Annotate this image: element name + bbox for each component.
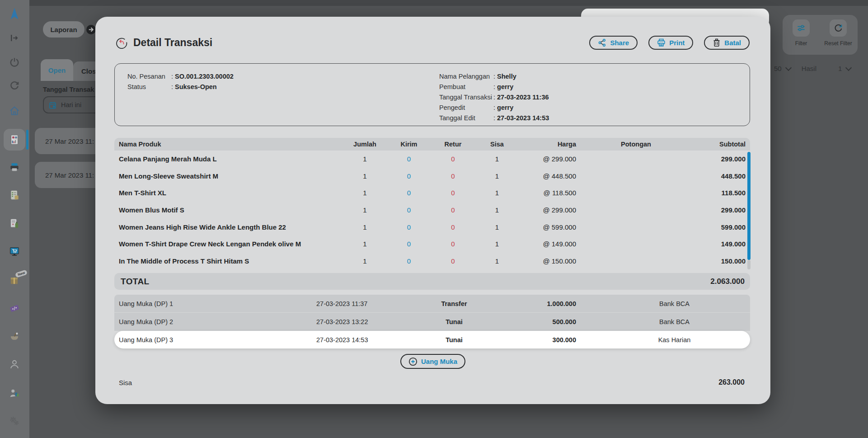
sisa-cell: 1 bbox=[470, 189, 524, 197]
laporan-arrow-icon[interactable] bbox=[86, 24, 96, 35]
column-header: Harga bbox=[524, 141, 581, 148]
stock-document-icon[interactable] bbox=[5, 215, 23, 233]
kirim-cell: 0 bbox=[382, 189, 436, 197]
order-info-right: Nama Pelanggan:Shelly Pembuat:gerry Tang… bbox=[439, 71, 549, 123]
share-button[interactable]: Share bbox=[589, 36, 638, 50]
voucher-icon[interactable] bbox=[5, 299, 23, 317]
mortar-pestle-icon[interactable] bbox=[5, 328, 23, 346]
share-button-label: Share bbox=[610, 39, 629, 47]
settings-gears-icon[interactable] bbox=[5, 412, 23, 430]
retur-cell: 0 bbox=[436, 223, 470, 231]
column-header: Nama Produk bbox=[114, 141, 348, 148]
print-button[interactable]: Print bbox=[648, 36, 693, 50]
column-header: Potongan bbox=[581, 141, 691, 148]
payment-row[interactable]: Uang Muka (DP) 1 27-03-2023 11:37 Transf… bbox=[114, 295, 750, 313]
app-logo-icon bbox=[5, 5, 23, 23]
table-row[interactable]: Women Jeans High Rise Wide Ankle Length … bbox=[114, 218, 750, 235]
payment-datetime: 27-03-2023 11:37 bbox=[316, 300, 431, 307]
sidebar-item-laporan-icon[interactable] bbox=[5, 131, 23, 149]
plus-circle-icon bbox=[408, 357, 418, 366]
payment-method: Tunai bbox=[431, 336, 478, 344]
date-filter-label: Tanggal Transak bbox=[43, 86, 94, 93]
table-row[interactable]: Women T-Shirt Drape Crew Neck Lengan Pen… bbox=[114, 235, 750, 253]
subtotal-cell: 599.000 bbox=[691, 223, 750, 231]
product-name: Celana Panjang Merah Muda L bbox=[114, 155, 348, 163]
online-shop-icon[interactable] bbox=[5, 243, 23, 261]
table-row[interactable]: In The Middle of Process T Shirt Hitam S… bbox=[114, 253, 750, 270]
home-icon[interactable] bbox=[5, 102, 23, 120]
remaining-label: Sisa bbox=[114, 379, 132, 386]
table-row[interactable]: Men T-Shirt XL 1 0 0 1 @ 118.500 118.500 bbox=[114, 184, 750, 202]
refresh-icon[interactable] bbox=[5, 77, 23, 95]
payment-account: Kas Harian bbox=[581, 336, 750, 344]
info-label: Tanggal Edit bbox=[439, 114, 493, 122]
product-name: Men T-Shirt XL bbox=[114, 189, 348, 197]
sisa-cell: 1 bbox=[470, 206, 524, 214]
sidebar: New bbox=[0, 0, 29, 438]
kirim-cell: 0 bbox=[382, 257, 436, 265]
retur-cell: 0 bbox=[436, 257, 470, 265]
kirim-cell: 0 bbox=[382, 206, 436, 214]
remaining-value: 263.000 bbox=[718, 378, 750, 386]
qty-cell: 1 bbox=[348, 257, 382, 265]
cashier-printer-icon[interactable] bbox=[5, 158, 23, 176]
info-label: Status bbox=[127, 83, 171, 90]
payment-row[interactable]: Uang Muka (DP) 2 27-03-2023 13:22 Tunai … bbox=[114, 313, 750, 331]
printer-icon bbox=[657, 38, 666, 47]
logout-icon[interactable] bbox=[5, 29, 23, 47]
checklist-icon[interactable] bbox=[5, 186, 23, 204]
status-badge: Sukses-Open bbox=[175, 83, 217, 90]
payment-row-highlighted[interactable]: Uang Muka (DP) 3 27-03-2023 14:53 Tunai … bbox=[114, 331, 750, 349]
customer-icon[interactable] bbox=[5, 355, 23, 373]
info-label: Pembuat bbox=[439, 83, 493, 90]
payment-name: Uang Muka (DP) 2 bbox=[114, 318, 316, 325]
total-label: TOTAL bbox=[114, 277, 150, 287]
retur-cell: 0 bbox=[436, 172, 470, 180]
table-row[interactable]: Women Blus Motif S 1 0 0 1 @ 299.000 299… bbox=[114, 202, 750, 219]
column-header: Kirim bbox=[382, 141, 436, 148]
product-name: In The Middle of Process T Shirt Hitam S bbox=[114, 257, 348, 265]
tab-open[interactable]: Open bbox=[41, 59, 73, 81]
table-header: Nama Produk Jumlah Kirim Retur Sisa Harg… bbox=[114, 138, 750, 151]
chevron-down-icon[interactable] bbox=[785, 64, 792, 71]
price-cell: @ 299.000 bbox=[524, 155, 581, 163]
table-row[interactable]: Men Long-Sleeve Sweatshirt M 1 0 0 1 @ 4… bbox=[114, 168, 750, 185]
reset-filter-button-label: Reset Filter bbox=[816, 40, 861, 47]
scrollbar-thumb[interactable] bbox=[747, 152, 751, 260]
hasil-label: Hasil bbox=[802, 65, 816, 72]
colon: : bbox=[171, 73, 173, 80]
add-uang-muka-label: Uang Muka bbox=[421, 358, 457, 365]
scrollbar-track[interactable] bbox=[747, 260, 751, 269]
qty-cell: 1 bbox=[348, 172, 382, 180]
laporan-button[interactable]: Laporan bbox=[43, 21, 84, 38]
add-uang-muka-button[interactable]: Uang Muka bbox=[400, 354, 465, 369]
filter-button[interactable] bbox=[793, 19, 810, 37]
colon: : bbox=[493, 114, 495, 122]
per-page-select[interactable]: 50 bbox=[774, 65, 782, 72]
price-cell: @ 599.000 bbox=[524, 223, 581, 231]
sisa-cell: 1 bbox=[470, 155, 524, 163]
subtotal-cell: 149.000 bbox=[691, 240, 750, 248]
reset-filter-button[interactable] bbox=[830, 19, 847, 37]
colon: : bbox=[493, 94, 495, 101]
edit-date: 27-03-2023 14:53 bbox=[497, 114, 549, 122]
product-name: Men Long-Sleeve Sweatshirt M bbox=[114, 172, 348, 180]
payment-amount: 500.000 bbox=[478, 318, 581, 325]
page-select[interactable]: 1 bbox=[838, 65, 842, 72]
package-icon[interactable]: New bbox=[5, 271, 23, 289]
back-button[interactable] bbox=[115, 37, 128, 49]
table-row[interactable]: Celana Panjang Merah Muda L 1 0 0 1 @ 29… bbox=[114, 151, 750, 168]
calendar-icon bbox=[48, 101, 57, 109]
payment-name: Uang Muka (DP) 3 bbox=[114, 336, 316, 344]
cancel-button[interactable]: Batal bbox=[704, 36, 750, 50]
supplier-icon[interactable] bbox=[5, 384, 23, 402]
power-icon[interactable] bbox=[5, 53, 23, 71]
price-cell: @ 149.000 bbox=[524, 240, 581, 248]
qty-cell: 1 bbox=[348, 155, 382, 163]
chevron-down-icon[interactable] bbox=[845, 64, 852, 71]
price-cell: @ 448.500 bbox=[524, 172, 581, 180]
order-info-left: No. Pesanan:SO.001.2303.00002 Status:Suk… bbox=[127, 71, 234, 92]
column-header: Retur bbox=[436, 141, 470, 148]
share-icon bbox=[598, 38, 606, 47]
results-bar: 50 Hasil 1 bbox=[774, 65, 851, 72]
